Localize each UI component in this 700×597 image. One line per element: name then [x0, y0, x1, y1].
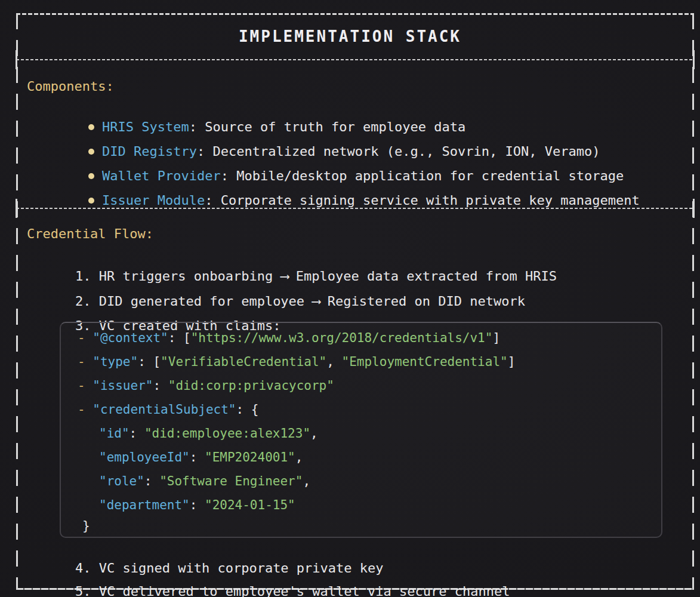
- flow-step-5: 5. VC delivered to employee's wallet via…: [44, 567, 510, 597]
- terminal-document: IMPLEMENTATION STACK Components: HRIS Sy…: [0, 0, 700, 597]
- json-string: "2024-01-15": [205, 498, 295, 512]
- component-name: Issuer Module: [102, 193, 205, 208]
- json-punct: : [: [138, 355, 161, 369]
- code-line-credential-subject: - "credentialSubject": {: [78, 401, 258, 418]
- json-punct: :: [190, 450, 205, 464]
- step-text: VC delivered to employee's wallet via se…: [99, 584, 510, 597]
- code-line-closing-brace: }: [82, 517, 90, 535]
- json-punct: ]: [492, 331, 500, 345]
- json-string: "EmploymentCredential": [342, 355, 508, 369]
- list-dash: -: [78, 331, 92, 345]
- json-key: "employeeId": [99, 450, 190, 464]
- json-punct: :: [153, 378, 168, 393]
- json-key: "credentialSubject": [92, 402, 236, 417]
- json-punct: ,: [295, 450, 303, 464]
- json-string: "did:corp:privacycorp": [168, 378, 334, 393]
- bullet-icon: [88, 198, 94, 204]
- component-item-issuer-module: Issuer Module: Corporate signing service…: [57, 176, 640, 226]
- components-heading: Components:: [27, 78, 114, 95]
- json-punct: }: [82, 519, 90, 533]
- divider-right-tick: [693, 199, 695, 218]
- code-line-type: - "type": ["VerifiableCredential", "Empl…: [78, 353, 515, 371]
- title-divider: [16, 59, 694, 60]
- json-key: "issuer": [92, 378, 153, 393]
- divider-right-tick: [693, 50, 695, 69]
- frame-top-edge: [16, 13, 694, 15]
- component-description: : Corporate signing service with private…: [205, 193, 639, 208]
- json-punct: :: [190, 498, 205, 512]
- divider-left-tick: [16, 50, 17, 69]
- vc-claims-code-block: - "@context": ["https://www.w3.org/2018/…: [60, 322, 662, 538]
- list-dash: -: [78, 378, 92, 393]
- json-key: "type": [92, 355, 138, 369]
- json-string: "VerifiableCredential": [161, 355, 326, 369]
- arrow-glyph: ⟶: [312, 294, 319, 309]
- credential-flow-heading: Credential Flow:: [27, 226, 153, 242]
- json-punct: :: [129, 426, 144, 441]
- list-dash: -: [78, 402, 92, 417]
- code-line-id: "id": "did:employee:alex123",: [99, 424, 318, 442]
- frame-right-edge: [692, 13, 694, 590]
- json-string: "EMP2024001": [205, 450, 295, 464]
- step-number: 5.: [75, 584, 99, 597]
- list-dash: -: [78, 355, 92, 369]
- json-punct: ,: [303, 474, 310, 488]
- section-divider: [16, 208, 694, 209]
- json-punct: : [: [168, 331, 191, 345]
- json-key: "id": [99, 426, 129, 441]
- json-key: "@context": [92, 331, 168, 345]
- json-string: "https://www.w3.org/2018/credentials/v1": [191, 331, 493, 345]
- code-line-context: - "@context": ["https://www.w3.org/2018/…: [78, 329, 500, 347]
- frame-left-edge: [16, 13, 18, 590]
- page-title: IMPLEMENTATION STACK: [0, 27, 700, 46]
- json-key: "department": [99, 498, 190, 512]
- json-string: "did:employee:alex123": [144, 426, 310, 441]
- code-line-employee-id: "employeeId": "EMP2024001",: [99, 448, 303, 466]
- code-line-role: "role": "Software Engineer",: [99, 472, 310, 490]
- code-line-issuer: - "issuer": "did:corp:privacycorp": [78, 377, 334, 395]
- step-text: Registered on DID network: [320, 294, 525, 309]
- json-string: "Software Engineer": [159, 474, 303, 488]
- json-punct: :: [144, 474, 159, 488]
- divider-left-tick: [16, 199, 17, 218]
- json-punct: ]: [508, 355, 516, 369]
- code-line-department: "department": "2024-01-15": [99, 496, 295, 514]
- json-punct: ,: [326, 355, 341, 369]
- json-key: "role": [99, 474, 144, 488]
- json-punct: : {: [236, 402, 259, 417]
- json-punct: ,: [310, 426, 318, 441]
